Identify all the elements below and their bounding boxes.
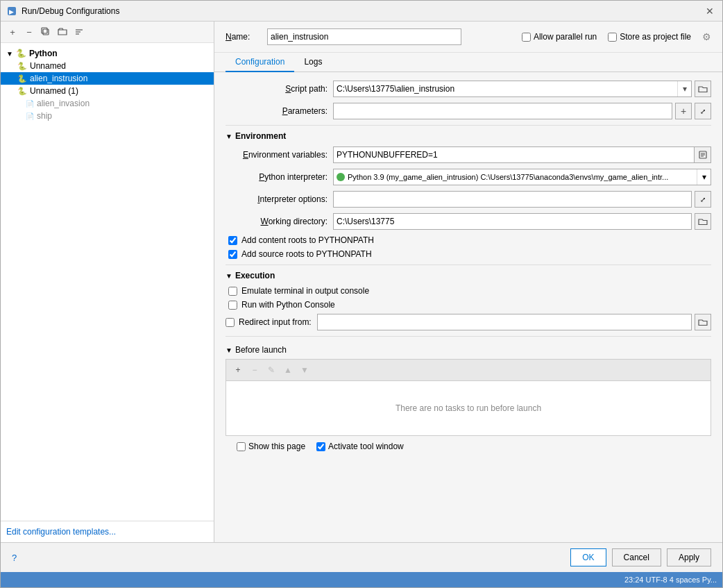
cancel-button[interactable]: Cancel	[612, 548, 661, 566]
store-project-checkbox[interactable]	[608, 33, 617, 42]
bl-add-btn[interactable]: +	[230, 362, 246, 378]
script-path-input-wrap: ▾	[333, 81, 711, 97]
svg-rect-3	[42, 28, 47, 33]
svg-text:▶: ▶	[9, 8, 14, 15]
before-launch-arrow: ▼	[226, 346, 232, 354]
python-group: ▼ 🐍 Python 🐍 Unnamed 🐍 alien_instrusion …	[1, 46, 214, 124]
env-edit-icon	[699, 151, 707, 159]
parameters-input-wrap: + ⤢	[333, 103, 711, 119]
title-bar-left: ▶ Run/Debug Configurations	[6, 6, 119, 17]
execution-section-header[interactable]: ▼ Execution	[226, 271, 711, 280]
name-input[interactable]	[267, 28, 461, 45]
run-debug-dialog: ▶ Run/Debug Configurations ✕ + −	[0, 0, 723, 588]
show-page-checkbox[interactable]	[237, 442, 246, 451]
copy-config-button[interactable]	[38, 24, 53, 40]
ok-button[interactable]: OK	[570, 548, 606, 566]
item-icon-unnamed: 🐍	[17, 62, 27, 71]
name-label: Name:	[226, 32, 260, 42]
edit-templates-link[interactable]: Edit configuration templates...	[6, 527, 116, 537]
tree-item-unnamed-1[interactable]: 🐍 Unnamed (1)	[1, 85, 214, 97]
redirect-input-checkbox[interactable]	[226, 318, 235, 327]
script-path-dropdown-arrow[interactable]: ▾	[677, 81, 691, 96]
interpreter-options-row: Interpreter options: ⤢	[226, 191, 711, 208]
item-icon-ship: 📄	[26, 112, 34, 120]
bl-down-btn[interactable]: ▼	[297, 362, 312, 378]
show-page-row: Show this page	[237, 442, 305, 451]
add-source-roots-checkbox[interactable]	[228, 250, 237, 259]
add-content-roots-checkbox[interactable]	[228, 236, 237, 245]
before-launch-header[interactable]: ▼ Before launch	[226, 345, 711, 355]
tree-area: ▼ 🐍 Python 🐍 Unnamed 🐍 alien_instrusion …	[1, 43, 214, 521]
svg-rect-2	[43, 29, 49, 35]
tree-item-ship[interactable]: 📄 ship	[1, 110, 214, 122]
sort-config-button[interactable]	[71, 24, 87, 40]
script-path-folder-btn[interactable]	[695, 81, 711, 97]
tabs-bar: Configuration Logs	[214, 53, 722, 72]
status-bar: 23:24 UTF-8 4 spaces Py...	[1, 572, 722, 587]
folder-config-button[interactable]	[55, 24, 70, 40]
script-path-label: Script path:	[226, 84, 333, 94]
emulate-terminal-checkbox[interactable]	[228, 287, 237, 296]
left-bottom: Edit configuration templates...	[1, 521, 214, 542]
close-button[interactable]: ✕	[703, 4, 717, 18]
interpreter-options-label: Interpreter options:	[226, 194, 333, 204]
redirect-input-label: Redirect input from:	[239, 317, 312, 327]
item-icon-alien-invasion: 📄	[26, 100, 34, 108]
script-path-input[interactable]	[334, 81, 677, 96]
run-python-console-checkbox[interactable]	[228, 301, 237, 310]
environment-section-header[interactable]: ▼ Environment	[226, 131, 711, 141]
gear-icon[interactable]: ⚙	[702, 31, 711, 42]
divider2	[226, 264, 711, 265]
folder-icon	[58, 27, 67, 37]
bottom-checkboxes: Show this page Activate tool window	[226, 436, 711, 457]
env-variables-input[interactable]	[333, 146, 695, 163]
working-directory-input[interactable]	[333, 213, 692, 230]
tree-item-alien-instrusion[interactable]: 🐍 alien_instrusion	[1, 72, 214, 85]
env-arrow: ▼	[226, 133, 232, 140]
bl-remove-btn[interactable]: −	[247, 362, 262, 378]
tab-configuration[interactable]: Configuration	[226, 53, 294, 72]
tab-logs[interactable]: Logs	[294, 53, 332, 72]
env-variables-btn[interactable]	[695, 146, 711, 163]
redirect-input-folder-btn[interactable]	[695, 314, 711, 330]
parameters-input[interactable]	[333, 103, 672, 119]
before-launch-section: ▼ Before launch + − ✎ ▲ ▼ There are no t…	[226, 345, 711, 436]
right-panel: Name: Allow parallel run Store as projec…	[214, 22, 722, 542]
allow-parallel-checkbox[interactable]	[522, 33, 531, 42]
python-interpreter-label: Python interpreter:	[226, 172, 333, 182]
parameters-label: Parameters:	[226, 106, 333, 116]
interpreter-options-expand-btn[interactable]: ⤢	[695, 191, 711, 208]
redirect-input-row: Redirect input from:	[226, 314, 711, 330]
dialog-icon: ▶	[6, 6, 17, 17]
tree-item-unnamed[interactable]: 🐍 Unnamed	[1, 60, 214, 72]
add-content-roots-label: Add content roots to PYTHONPATH	[241, 235, 374, 245]
redirect-input-input[interactable]	[317, 314, 692, 330]
working-directory-folder-btn[interactable]	[695, 213, 711, 230]
python-group-header[interactable]: ▼ 🐍 Python	[1, 47, 214, 60]
store-project-row: Store as project file	[608, 32, 691, 42]
add-source-roots-label: Add source roots to PYTHONPATH	[241, 249, 372, 259]
run-python-console-label: Run with Python Console	[241, 300, 335, 310]
tree-item-alien-invasion[interactable]: 📄 alien_invasion	[1, 97, 214, 110]
interpreter-dropdown-arrow[interactable]: ▾	[697, 169, 711, 185]
bl-edit-btn[interactable]: ✎	[264, 362, 279, 378]
bl-up-btn[interactable]: ▲	[280, 362, 296, 378]
apply-button[interactable]: Apply	[667, 548, 711, 566]
dialog-footer: ? OK Cancel Apply	[1, 542, 722, 572]
parameters-add-btn[interactable]: +	[675, 103, 692, 119]
env-variables-label: Environment variables:	[226, 150, 333, 160]
interpreter-options-input[interactable]	[333, 191, 692, 208]
env-variables-row: Environment variables:	[226, 146, 711, 163]
working-directory-row: Working directory:	[226, 213, 711, 230]
exec-arrow: ▼	[226, 272, 232, 280]
add-config-button[interactable]: +	[5, 24, 20, 40]
before-launch-label: Before launch	[235, 345, 287, 355]
parameters-expand-btn[interactable]: ⤢	[695, 103, 711, 119]
main-content: + −	[1, 22, 722, 542]
activate-tool-window-checkbox[interactable]	[316, 442, 325, 451]
before-launch-area: There are no tasks to run before launch	[226, 380, 711, 436]
remove-config-button[interactable]: −	[22, 24, 37, 40]
help-icon[interactable]: ?	[12, 553, 17, 563]
python-group-label: Python	[29, 49, 58, 58]
store-project-label: Store as project file	[620, 32, 691, 42]
